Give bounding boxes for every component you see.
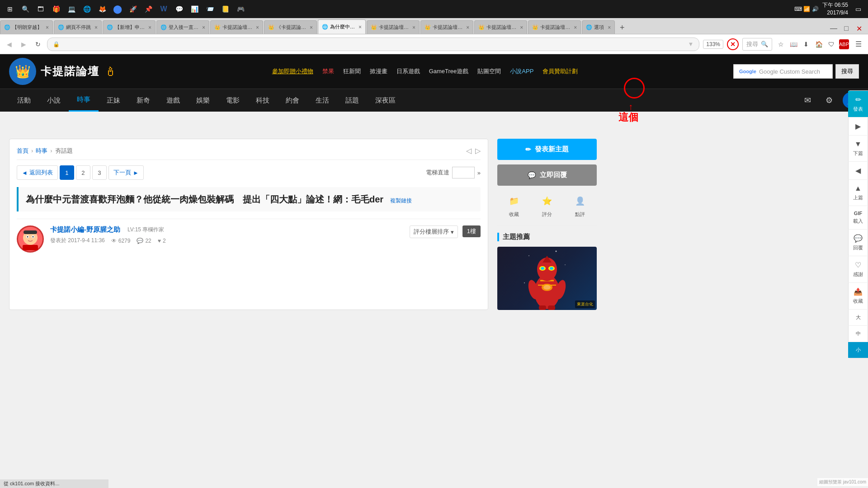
search-taskbar[interactable]: 🔍 xyxy=(19,3,32,15)
page-2-button[interactable]: 2 xyxy=(76,165,90,180)
copy-link-button[interactable]: 複製鏈接 xyxy=(390,197,412,204)
recommended-image[interactable]: 東楽台化 xyxy=(497,247,597,310)
float-size-large[interactable]: 大 xyxy=(848,310,868,326)
float-gif-button[interactable]: GIF 載入 xyxy=(848,206,868,230)
float-collect-button[interactable]: 📤 收藏 xyxy=(848,283,868,310)
breadcrumb-home[interactable]: 首頁 xyxy=(17,147,28,155)
float-next-icon-btn[interactable]: ▶ xyxy=(848,117,868,136)
nav-item-entertainment[interactable]: 娛樂 xyxy=(188,90,218,111)
nav-link-manga[interactable]: 掀漫畫 xyxy=(370,67,387,75)
nav-item-novel2[interactable]: 新奇 xyxy=(128,90,158,111)
float-post-button[interactable]: ✏ 發表 xyxy=(848,91,868,117)
tab-11-close[interactable]: × xyxy=(608,24,611,31)
back-button[interactable]: ◀ xyxy=(4,39,14,50)
start-button[interactable]: ⊞ xyxy=(4,3,16,15)
tab-9-close[interactable]: × xyxy=(520,24,523,31)
nav-item-tech[interactable]: 科技 xyxy=(248,90,278,111)
search-mini-bar[interactable]: 搜尋 🔍 xyxy=(742,38,772,51)
float-next-article-button[interactable]: ▼ 下篇 xyxy=(848,136,868,162)
promo-link[interactable]: 參加即贈小禮物 xyxy=(272,67,313,75)
app-firefox[interactable]: 🦊 xyxy=(96,3,108,15)
breadcrumb-current-affairs[interactable]: 時事 xyxy=(36,147,47,155)
nav-item-topic[interactable]: 話題 xyxy=(337,90,367,111)
breadcrumb-next-icon[interactable]: ▷ xyxy=(475,146,481,155)
app-chrome[interactable]: ⬤ xyxy=(111,3,124,15)
nav-link-kuangnews[interactable]: 狂新聞 xyxy=(343,67,361,75)
refresh-button[interactable]: ↻ xyxy=(33,39,43,50)
search-submit-button[interactable]: 搜尋 xyxy=(835,64,859,79)
app-book[interactable]: 📒 xyxy=(219,3,231,15)
nav-item-novel[interactable]: 小說 xyxy=(39,90,69,111)
browser-menu-button[interactable]: ☰ xyxy=(853,38,864,50)
float-prev-article-button[interactable]: ▲ 上篇 xyxy=(848,180,868,206)
app-grid[interactable]: 📊 xyxy=(188,3,201,15)
back-to-list-button[interactable]: ◄ 返回列表 xyxy=(17,165,58,180)
nav-link-gametree[interactable]: GameTree遊戲 xyxy=(429,67,469,75)
show-desktop[interactable]: ▭ xyxy=(852,3,864,15)
reader-mode-icon[interactable]: 📖 xyxy=(788,39,798,49)
float-prev-icon-btn[interactable]: ◀ xyxy=(848,162,868,180)
tab-6-close[interactable]: × xyxy=(359,24,362,30)
float-size-medium[interactable]: 中 xyxy=(848,326,868,342)
app-gift[interactable]: 🎁 xyxy=(50,3,62,15)
nav-link-vip[interactable]: 會員贊助計劃 xyxy=(542,67,578,75)
app-rocket[interactable]: 🚀 xyxy=(127,3,139,15)
nav-item-current-affairs[interactable]: 時事 xyxy=(69,89,99,112)
url-bar[interactable]: 🔒 https://ck101.com/thread-4080933-1-1.h… xyxy=(47,38,699,51)
maximize-browser[interactable]: □ xyxy=(841,23,852,34)
tab-1-close[interactable]: × xyxy=(94,24,98,31)
tab-9[interactable]: 👑 卡提諾論壇… × xyxy=(474,20,527,34)
url-input[interactable]: https://ck101.com/thread-4080933-1-1.htm… xyxy=(62,41,686,47)
tab-10-close[interactable]: × xyxy=(574,24,577,31)
float-thanks-button[interactable]: ♡ 感謝 xyxy=(848,256,868,283)
float-reply-button[interactable]: 💬 回覆 xyxy=(848,230,868,256)
nav-item-activity[interactable]: 活動 xyxy=(9,90,39,111)
nav-link-jinguo[interactable]: 禁果 xyxy=(322,67,334,75)
app-ie[interactable]: 🌐 xyxy=(80,3,93,15)
app-pin[interactable]: 📌 xyxy=(142,3,155,15)
tab-10[interactable]: 👑 卡提諾論壇… × xyxy=(528,20,581,34)
task-view[interactable]: 🗔 xyxy=(34,3,47,15)
collect-action[interactable]: 📁 收藏 xyxy=(506,193,522,218)
app-chat[interactable]: 💬 xyxy=(173,3,185,15)
tab-2-close[interactable]: × xyxy=(148,24,151,31)
nav-link-app[interactable]: 小說APP xyxy=(510,67,533,75)
custom-search-input[interactable]: Google Google Custom Search xyxy=(733,64,833,79)
tab-7[interactable]: 👑 卡提諾論壇… × xyxy=(367,20,420,34)
app-game[interactable]: 🎮 xyxy=(234,3,247,15)
shield-icon[interactable]: 🛡 xyxy=(826,39,836,49)
tab-3[interactable]: 🌐 登入後一直… × xyxy=(156,20,209,34)
tab-2[interactable]: 🌐 【新增】申… × xyxy=(103,20,156,34)
tab-6-active[interactable]: 🌐 為什麼中… × xyxy=(318,19,366,34)
elevator-go-icon[interactable]: » xyxy=(477,169,481,176)
page-1-button[interactable]: 1 xyxy=(60,165,74,180)
tab-4-close[interactable]: × xyxy=(256,24,259,31)
tab-1[interactable]: 🌐 網頁不停跳 × xyxy=(54,20,102,34)
next-page-button[interactable]: 下一頁 ► xyxy=(108,165,144,180)
minimize-browser[interactable]: — xyxy=(828,23,839,34)
tab-7-close[interactable]: × xyxy=(412,24,415,31)
logo-icon[interactable]: 👑 xyxy=(9,58,36,85)
reply-now-button[interactable]: 💬 立即回覆 xyxy=(497,164,597,186)
app-word[interactable]: W xyxy=(157,3,170,15)
breadcrumb-prev-icon[interactable]: ◁ xyxy=(466,146,472,155)
zoom-level[interactable]: 133% xyxy=(703,40,723,49)
close-browser[interactable]: ✕ xyxy=(854,23,864,34)
new-tab-button[interactable]: + xyxy=(616,21,628,34)
settings-icon[interactable]: ⚙ xyxy=(821,92,837,108)
tab-4[interactable]: 👑 卡提諾論壇… × xyxy=(210,20,263,34)
nav-item-latenight[interactable]: 深夜區 xyxy=(367,90,404,111)
rate-action[interactable]: ⭐ 評分 xyxy=(539,193,555,218)
close-x-button[interactable]: ✕ xyxy=(727,38,739,50)
author-name[interactable]: 卡提諾小編-野原腥之助 xyxy=(50,225,120,234)
app-store[interactable]: 💻 xyxy=(65,3,78,15)
tab-0[interactable]: 🌐 【明朗穿越】 × xyxy=(0,20,53,34)
nav-item-life[interactable]: 生活 xyxy=(307,90,337,111)
tab-8[interactable]: 👑 卡提諾論壇… × xyxy=(420,20,473,34)
nav-item-games[interactable]: 遊戲 xyxy=(158,90,188,111)
forward-button[interactable]: ▶ xyxy=(18,39,29,50)
nav-item-girls[interactable]: 正妹 xyxy=(99,90,128,111)
app-mail[interactable]: 📨 xyxy=(203,3,216,15)
tab-8-close[interactable]: × xyxy=(466,24,469,31)
nav-link-sticker[interactable]: 貼圖空間 xyxy=(477,67,501,75)
